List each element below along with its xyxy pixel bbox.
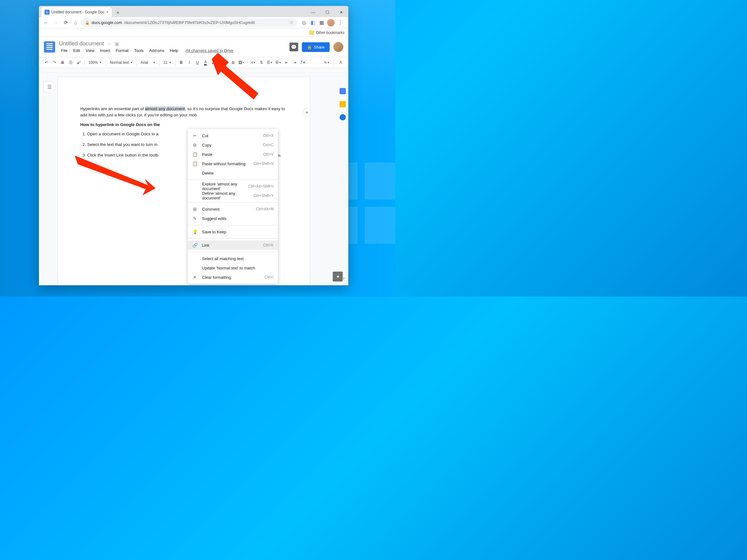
browser-tab[interactable]: ≡ Untitled document - Google Doc × xyxy=(42,7,112,17)
cut-icon: ✂ xyxy=(192,133,198,138)
side-panel-toggle[interactable]: › xyxy=(343,275,344,281)
context-menu: ✂CutCtrl+X ⧉CopyCtrl+C 📋PasteCtrl+V 📋Pas… xyxy=(188,129,278,284)
increase-indent-button[interactable]: ⇥ xyxy=(291,59,299,66)
keep-icon: 💡 xyxy=(192,229,198,234)
suggest-icon: ✎ xyxy=(192,216,198,221)
side-panel xyxy=(337,84,348,165)
paragraph-1[interactable]: Hyperlinks are an essential part of almo… xyxy=(80,106,288,118)
share-button[interactable]: 🔒 Share xyxy=(302,42,330,52)
add-comment-hover-button[interactable]: + xyxy=(303,108,311,117)
nav-back-button[interactable]: ← xyxy=(42,18,50,27)
bookmark-star-icon[interactable]: ☆ xyxy=(290,20,293,25)
extension-icon-1[interactable]: ◎ xyxy=(301,20,307,26)
horizontal-ruler[interactable] xyxy=(39,68,348,73)
menu-edit[interactable]: Edit xyxy=(71,48,82,54)
vertical-ruler[interactable] xyxy=(39,73,43,285)
close-window-button[interactable]: ✕ xyxy=(334,7,348,17)
ctx-keep[interactable]: 💡Save to Keep xyxy=(188,227,278,236)
menu-addons[interactable]: Add-ons xyxy=(147,48,166,54)
ctx-paste-plain[interactable]: 📋Paste without formattingCtrl+Shift+V xyxy=(188,159,278,168)
bold-button[interactable]: B xyxy=(177,59,185,66)
ctx-copy[interactable]: ⧉CopyCtrl+C xyxy=(188,140,278,150)
ctx-delete[interactable]: Delete xyxy=(188,168,278,178)
home-button[interactable]: ⌂ xyxy=(71,18,80,27)
formatting-toolbar: ↶ ↷ 🖶 Ⓐ 🖌 100%▼ Normal text▼ Arial▼ 11▼ … xyxy=(39,57,348,68)
decrease-indent-button[interactable]: ⇤ xyxy=(283,59,290,66)
star-icon[interactable]: ☆ xyxy=(107,41,111,47)
collapse-toolbar-button[interactable]: ᐱ xyxy=(337,59,344,66)
calendar-addon-icon[interactable] xyxy=(340,88,346,94)
move-folder-icon[interactable]: ▣ xyxy=(114,41,119,47)
ctx-suggest[interactable]: ✎Suggest edits xyxy=(188,214,278,223)
tasks-addon-icon[interactable] xyxy=(340,114,346,121)
new-tab-button[interactable]: + xyxy=(113,8,122,17)
browser-profile-avatar[interactable] xyxy=(327,19,335,26)
link-icon: 🔗 xyxy=(192,243,198,248)
spellcheck-button[interactable]: Ⓐ xyxy=(67,59,74,66)
folder-icon xyxy=(309,30,314,35)
menu-view[interactable]: View xyxy=(83,48,97,54)
account-avatar[interactable] xyxy=(333,42,343,52)
bulleted-list-button[interactable]: ⦿▼ xyxy=(274,59,282,66)
paste-plain-icon: 📋 xyxy=(192,161,198,166)
ctx-comment[interactable]: ⊞CommentCtrl+Alt+M xyxy=(188,205,278,214)
docs-logo-icon[interactable] xyxy=(44,42,55,53)
document-title[interactable]: Untitled document xyxy=(59,41,104,47)
show-outline-button[interactable]: ☰ xyxy=(43,81,56,92)
menu-tools[interactable]: Tools xyxy=(132,48,146,54)
maximize-button[interactable]: ☐ xyxy=(320,7,334,17)
ctx-clear-format[interactable]: ✕Clear formattingCtrl+\ xyxy=(188,272,278,282)
insert-image-button[interactable]: 🖼▼ xyxy=(237,59,246,66)
save-status[interactable]: All changes saved in Drive xyxy=(184,48,236,54)
ctx-explore[interactable]: Explore 'almost any document'Ctrl+Alt+Sh… xyxy=(188,182,278,191)
menu-file[interactable]: File xyxy=(59,48,70,54)
print-button[interactable]: 🖶 xyxy=(59,59,66,66)
url-path: /document/d/1ZOoJ73T8jN4fEfbF75fe9TkR3s3… xyxy=(124,20,255,25)
ctx-define[interactable]: Define 'almost any document'Ctrl+Shift+Y xyxy=(188,191,278,201)
explore-button[interactable]: ✦ xyxy=(333,272,343,282)
ctx-update-style[interactable]: Update 'Normal text' to match xyxy=(188,263,278,272)
comments-icon[interactable]: 💬 xyxy=(289,43,298,51)
clear-formatting-button[interactable]: T✕ xyxy=(299,59,307,66)
close-tab-icon[interactable]: × xyxy=(106,10,109,14)
url-host: docs.google.com xyxy=(92,20,122,25)
insert-link-button[interactable]: 🔗 xyxy=(221,59,229,66)
text-color-button[interactable]: A xyxy=(202,59,209,66)
extension-icon-3[interactable]: ▦ xyxy=(318,20,325,26)
paint-format-button[interactable]: 🖌 xyxy=(75,59,82,66)
extension-icon-2[interactable]: ◧ xyxy=(310,20,316,26)
other-bookmarks-link[interactable]: Other bookmarks xyxy=(316,30,344,35)
ctx-select-match[interactable]: Select all matching text xyxy=(188,254,278,263)
menu-format[interactable]: Format xyxy=(113,48,131,54)
ctx-link[interactable]: 🔗LinkCtrl+K xyxy=(188,240,278,250)
line-spacing-button[interactable]: ⇅ xyxy=(258,59,265,66)
undo-button[interactable]: ↶ xyxy=(43,59,50,66)
menu-help[interactable]: Help xyxy=(168,48,181,54)
keep-addon-icon[interactable] xyxy=(340,101,346,107)
lock-share-icon: 🔒 xyxy=(307,45,312,50)
highlight-button[interactable]: 🖍 xyxy=(210,59,217,66)
docs-favicon: ≡ xyxy=(45,10,50,15)
style-select[interactable]: Normal text▼ xyxy=(108,60,135,65)
underline-button[interactable]: U xyxy=(194,59,201,66)
zoom-select[interactable]: 100%▼ xyxy=(86,60,104,65)
redo-button[interactable]: ↷ xyxy=(51,59,58,66)
italic-button[interactable]: I xyxy=(185,59,193,66)
menu-insert[interactable]: Insert xyxy=(98,48,112,54)
font-select[interactable]: Arial▼ xyxy=(139,60,157,65)
minimize-button[interactable]: — xyxy=(306,7,320,17)
heading-text[interactable]: How to hyperlink in Google Docs on the xyxy=(80,122,288,128)
comment-icon: ⊞ xyxy=(192,207,198,212)
align-button[interactable]: ≡▼ xyxy=(250,59,257,66)
ctx-paste[interactable]: 📋PasteCtrl+V xyxy=(188,150,278,159)
bookmarks-bar: Other bookmarks xyxy=(39,28,348,37)
browser-menu-icon[interactable]: ⋮ xyxy=(337,20,343,26)
reload-button[interactable]: ⟳ xyxy=(61,18,70,27)
numbered-list-button[interactable]: ☰▼ xyxy=(266,59,274,66)
nav-forward-button[interactable]: → xyxy=(51,18,60,27)
editing-mode-button[interactable]: ✎▼ xyxy=(323,59,331,66)
address-bar[interactable]: 🔒 docs.google.com/document/d/1ZOoJ73T8jN… xyxy=(81,18,297,27)
font-size-select[interactable]: 11▼ xyxy=(161,60,173,65)
insert-comment-button[interactable]: ⊞ xyxy=(229,59,237,66)
ctx-cut[interactable]: ✂CutCtrl+X xyxy=(188,131,278,140)
